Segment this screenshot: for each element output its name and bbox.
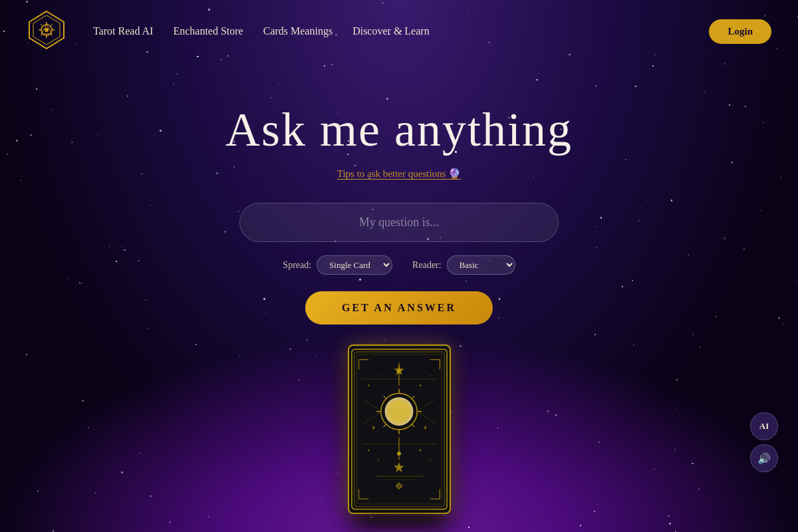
svg-line-10 — [51, 24, 53, 26]
svg-point-50 — [367, 384, 369, 386]
nav-tarot-read[interactable]: Tarot Read AI — [93, 25, 153, 37]
main-content: Ask me anything Tips to ask better quest… — [0, 63, 798, 517]
floating-buttons: AI 🔊 — [750, 412, 778, 472]
spread-label: Spread: — [283, 260, 311, 271]
sound-button[interactable]: 🔊 — [750, 444, 778, 472]
ai-button[interactable]: AI — [750, 412, 778, 440]
svg-line-8 — [41, 24, 43, 26]
svg-point-3 — [45, 28, 49, 32]
svg-point-51 — [377, 375, 378, 376]
get-answer-button[interactable]: GET AN ANSWER — [305, 291, 493, 325]
svg-point-27 — [387, 400, 410, 423]
tarot-card-container — [348, 344, 451, 517]
login-button[interactable]: Login — [709, 19, 771, 44]
question-input[interactable] — [260, 215, 538, 229]
svg-point-54 — [367, 450, 369, 452]
nav-discover-learn[interactable]: Discover & Learn — [352, 25, 430, 37]
svg-point-55 — [377, 460, 378, 461]
svg-point-41 — [397, 452, 401, 456]
navbar: Tarot Read AI Enchanted Store Cards Mean… — [0, 0, 798, 63]
tips-link[interactable]: Tips to ask better questions 🔮 — [337, 168, 461, 180]
logo[interactable] — [27, 10, 73, 53]
card-shadow — [351, 514, 448, 527]
nav-enchanted-store[interactable]: Enchanted Store — [173, 25, 243, 37]
spread-control: Spread: Single Card Three Card Celtic Cr… — [283, 255, 392, 275]
tarot-card[interactable] — [348, 344, 451, 514]
reader-label: Reader: — [412, 260, 442, 271]
controls-row: Spread: Single Card Three Card Celtic Cr… — [283, 255, 515, 275]
reader-control: Reader: Basic Advanced Expert — [412, 255, 515, 275]
svg-point-56 — [419, 450, 421, 452]
spread-select[interactable]: Single Card Three Card Celtic Cross — [317, 255, 392, 275]
nav-cards-meanings[interactable]: Cards Meanings — [263, 25, 332, 37]
question-input-container[interactable] — [239, 203, 559, 242]
svg-point-57 — [429, 460, 430, 461]
page-headline: Ask me anything — [225, 102, 573, 158]
svg-point-53 — [429, 375, 430, 376]
svg-point-52 — [419, 384, 421, 386]
nav-links: Tarot Read AI Enchanted Store Cards Mean… — [93, 25, 689, 37]
reader-select[interactable]: Basic Advanced Expert — [447, 255, 515, 275]
